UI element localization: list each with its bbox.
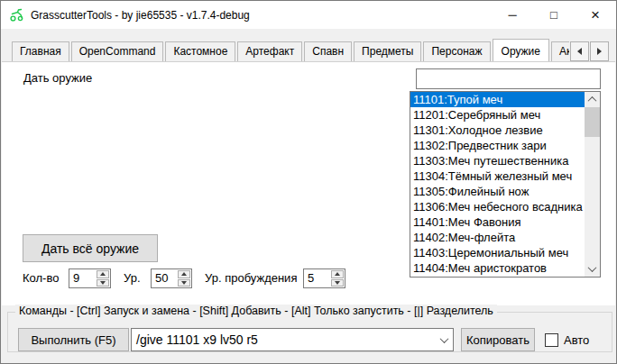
minimize-button[interactable]: ─ [492,1,533,29]
list-item[interactable]: 11402:Меч-флейта [410,230,585,245]
auto-checkbox[interactable] [545,333,558,347]
awaken-down-button[interactable] [331,279,344,287]
tab-items[interactable]: Предметы [354,41,421,61]
commands-group-title: Команды - [Ctrl] Запуск и замена - [Shif… [15,305,497,317]
quantity-down-button[interactable] [97,279,109,287]
tab-weapon[interactable]: Оружие [493,39,549,61]
maximize-button[interactable]: □ [533,1,575,29]
tab-scroll-right-button[interactable] [590,41,609,61]
weapon-listbox: 11101:Тупой меч11201:Серебряный меч11301… [410,91,601,278]
quantity-label: Кол-во [23,268,59,288]
tab-main[interactable]: Главная [12,41,69,61]
tab-scroll-arrows [569,41,609,61]
level-label: Ур. [124,268,141,288]
right-arrow-icon [597,48,602,55]
triangle-up-icon [100,272,106,276]
title-bar: GrasscutterTools - by jie65535 - v1.7.4-… [1,1,616,29]
give-all-weapons-button[interactable]: Дать всё оружие [23,234,158,262]
chevron-down-icon [439,334,448,343]
auto-checkbox-label: Авто [564,333,589,347]
tab-custom[interactable]: Кастомное [165,41,235,61]
list-item[interactable]: 11401:Меч Фавония [410,214,585,230]
awaken-level-stepper[interactable]: 5 [303,268,345,288]
level-down-button[interactable] [178,279,190,287]
weapon-search-input[interactable] [416,68,601,89]
list-item[interactable]: 11201:Серебряный меч [410,107,585,123]
quantity-stepper[interactable]: 9 [69,268,111,288]
triangle-down-icon [181,281,187,285]
app-window: GrasscutterTools - by jie65535 - v1.7.4-… [0,0,617,364]
list-item[interactable]: 11101:Тупой меч [410,92,585,107]
give-weapon-label: Дать оружие [23,71,92,85]
combo-dropdown-button[interactable] [435,329,453,350]
scrollbar-thumb[interactable] [585,107,600,137]
awaken-up-button[interactable] [331,270,344,278]
tab-list: ГлавнаяOpenCommandКастомноеАртефактСпавн… [1,37,616,61]
chevron-up-icon [588,96,597,105]
commands-groupbox: Команды - [Ctrl] Запуск и замена - [Shif… [7,312,612,352]
triangle-down-icon [335,281,340,285]
list-item[interactable]: 11301:Холодное лезвие [410,123,585,138]
app-icon [9,7,24,23]
auto-checkbox-group: Авто [545,328,589,351]
copy-button[interactable]: Копировать [461,328,535,351]
tab-opencommand[interactable]: OpenCommand [71,41,164,61]
awaken-level-label: Ур. пробуждения [205,268,297,288]
weapon-list-rows: 11101:Тупой меч11201:Серебряный меч11301… [410,92,585,277]
list-item[interactable]: 11306:Меч небесного всадника [410,199,585,214]
run-command-button[interactable]: Выполнить (F5) [18,328,129,351]
tab-spawn[interactable]: Спавн [304,41,352,61]
quantity-up-button[interactable] [97,270,109,278]
list-item[interactable]: 11304:Тёмный железный меч [410,168,585,184]
command-text[interactable]: /give 11101 x9 lv50 r5 [132,332,435,347]
tab-scroll-left-button[interactable] [570,41,589,61]
quantity-value[interactable]: 9 [69,269,96,287]
window-title: GrasscutterTools - by jie65535 - v1.7.4-… [31,9,250,22]
level-up-button[interactable] [178,270,190,278]
list-item[interactable]: 11403:Церемониальный меч [410,245,585,260]
scroll-up-button[interactable] [585,92,600,107]
parameters-row: Кол-во 9 Ур. 50 Ур. пробуждения 5 [2,268,615,288]
list-item[interactable]: 11305:Филейный нож [410,184,585,199]
list-item[interactable]: 11303:Меч путешественника [410,153,585,168]
awaken-level-value[interactable]: 5 [304,269,330,287]
triangle-up-icon [335,272,340,276]
tab-character[interactable]: Персонаж [423,41,490,61]
left-arrow-icon [577,48,582,55]
triangle-down-icon [100,281,106,285]
list-item[interactable]: 11302:Предвестник зари [410,138,585,153]
level-stepper[interactable]: 50 [151,268,192,288]
tab-artifact[interactable]: Артефакт [237,41,302,61]
command-combobox[interactable]: /give 11101 x9 lv50 r5 [131,328,454,351]
weapon-tab-page: Дать оружие 11101:Тупой меч11201:Серебря… [2,61,615,305]
triangle-up-icon [181,272,187,276]
level-value[interactable]: 50 [152,269,177,287]
close-button[interactable]: × [575,1,616,29]
listbox-scrollbar [585,92,600,277]
